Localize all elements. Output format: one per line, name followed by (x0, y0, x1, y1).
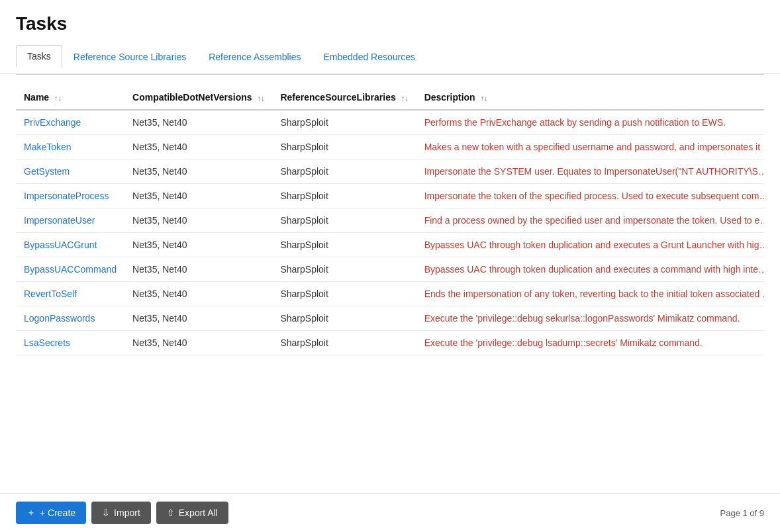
cell-description: Find a process owned by the specified us… (416, 208, 764, 233)
content-area: Name ↑↓ CompatibleDotNetVersions ↑↓ Refe… (0, 75, 780, 355)
task-link[interactable]: ImpersonateProcess (24, 191, 109, 201)
task-link[interactable]: LogonPasswords (24, 313, 95, 324)
table-row: LsaSecretsNet35, Net40SharpSploitExecute… (16, 331, 764, 355)
col-header-reflib[interactable]: ReferenceSourceLibraries ↑↓ (272, 85, 416, 110)
table-row: ImpersonateProcessNet35, Net40SharpSploi… (16, 184, 764, 208)
header-row: Name ↑↓ CompatibleDotNetVersions ↑↓ Refe… (16, 85, 764, 110)
cell-description: Execute the 'privilege::debug lsadump::s… (416, 331, 764, 355)
cell-dotnet: Net35, Net40 (124, 159, 272, 184)
cell-description: Makes a new token with a specified usern… (416, 135, 764, 159)
table-row: PrivExchangeNet35, Net40SharpSploitPerfo… (16, 110, 764, 135)
task-link[interactable]: BypassUACGrunt (24, 240, 97, 250)
cell-reflib: SharpSploit (272, 208, 416, 233)
cell-reflib: SharpSploit (272, 110, 416, 135)
cell-name: LogonPasswords (16, 306, 124, 331)
tabs-bar: Tasks Reference Source Libraries Referen… (16, 45, 764, 67)
task-link[interactable]: GetSystem (24, 166, 70, 177)
table-row: BypassUACGruntNet35, Net40SharpSploitByp… (16, 233, 764, 257)
sort-icon-desc[interactable]: ↑↓ (481, 94, 488, 102)
task-link[interactable]: MakeToken (24, 142, 72, 152)
task-link[interactable]: PrivExchange (24, 117, 81, 128)
table-row: LogonPasswordsNet35, Net40SharpSploitExe… (16, 306, 764, 331)
cell-description: Impersonate the SYSTEM user. Equates to … (416, 159, 764, 184)
table-row: BypassUACCommandNet35, Net40SharpSploitB… (16, 257, 764, 282)
table-header: Name ↑↓ CompatibleDotNetVersions ↑↓ Refe… (16, 85, 764, 110)
col-header-name[interactable]: Name ↑↓ (16, 85, 124, 110)
cell-reflib: SharpSploit (272, 257, 416, 282)
tab-embedded-resources[interactable]: Embedded Resources (313, 46, 427, 67)
table-body: PrivExchangeNet35, Net40SharpSploitPerfo… (16, 110, 764, 355)
cell-name: RevertToSelf (16, 282, 124, 306)
cell-description: Impersonate the token of the specified p… (416, 184, 764, 208)
cell-dotnet: Net35, Net40 (124, 135, 272, 159)
table-row: MakeTokenNet35, Net40SharpSploitMakes a … (16, 135, 764, 159)
cell-description: Bypasses UAC through token duplication a… (416, 257, 764, 282)
cell-name: GetSystem (16, 159, 124, 184)
cell-reflib: SharpSploit (272, 135, 416, 159)
table-row: RevertToSelfNet35, Net40SharpSploitEnds … (16, 282, 764, 306)
cell-reflib: SharpSploit (272, 233, 416, 257)
sort-icon-reflib[interactable]: ↑↓ (401, 94, 409, 102)
tab-reference-source-libraries[interactable]: Reference Source Libraries (62, 46, 197, 67)
cell-dotnet: Net35, Net40 (124, 282, 272, 306)
cell-reflib: SharpSploit (272, 184, 416, 208)
tab-reference-assemblies[interactable]: Reference Assemblies (197, 46, 312, 67)
col-header-dotnet[interactable]: CompatibleDotNetVersions ↑↓ (124, 85, 272, 110)
cell-name: ImpersonateProcess (16, 184, 124, 208)
cell-name: MakeToken (16, 135, 124, 159)
sort-icon-dotnet[interactable]: ↑↓ (257, 94, 264, 102)
table-container: Name ↑↓ CompatibleDotNetVersions ↑↓ Refe… (16, 75, 764, 355)
cell-dotnet: Net35, Net40 (124, 306, 272, 331)
table-row: ImpersonateUserNet35, Net40SharpSploitFi… (16, 208, 764, 233)
cell-dotnet: Net35, Net40 (124, 110, 272, 135)
task-link[interactable]: BypassUACCommand (24, 264, 117, 275)
page-header: Tasks Tasks Reference Source Libraries R… (0, 0, 780, 75)
cell-reflib: SharpSploit (272, 331, 416, 355)
cell-reflib: SharpSploit (272, 306, 416, 331)
cell-description: Performs the PrivExchange attack by send… (416, 110, 764, 135)
sort-icon-name[interactable]: ↑↓ (54, 94, 62, 102)
cell-dotnet: Net35, Net40 (124, 184, 272, 208)
cell-dotnet: Net35, Net40 (124, 233, 272, 257)
cell-name: BypassUACGrunt (16, 233, 124, 257)
cell-reflib: SharpSploit (272, 159, 416, 184)
cell-name: ImpersonateUser (16, 208, 124, 233)
cell-reflib: SharpSploit (272, 282, 416, 306)
table-row: GetSystemNet35, Net40SharpSploitImperson… (16, 159, 764, 184)
cell-description: Bypasses UAC through token duplication a… (416, 233, 764, 257)
cell-dotnet: Net35, Net40 (124, 208, 272, 233)
cell-dotnet: Net35, Net40 (124, 331, 272, 355)
cell-name: LsaSecrets (16, 331, 124, 355)
cell-dotnet: Net35, Net40 (124, 257, 272, 282)
col-header-desc[interactable]: Description ↑↓ (416, 85, 764, 110)
cell-name: BypassUACCommand (16, 257, 124, 282)
tab-tasks[interactable]: Tasks (16, 45, 62, 67)
task-link[interactable]: ImpersonateUser (24, 215, 95, 226)
cell-name: PrivExchange (16, 110, 124, 135)
tasks-table: Name ↑↓ CompatibleDotNetVersions ↑↓ Refe… (16, 85, 764, 355)
cell-description: Execute the 'privilege::debug sekurlsa::… (416, 306, 764, 331)
task-link[interactable]: RevertToSelf (24, 288, 77, 299)
page-title: Tasks (16, 13, 764, 34)
cell-description: Ends the impersonation of any token, rev… (416, 282, 764, 306)
task-link[interactable]: LsaSecrets (24, 337, 70, 348)
